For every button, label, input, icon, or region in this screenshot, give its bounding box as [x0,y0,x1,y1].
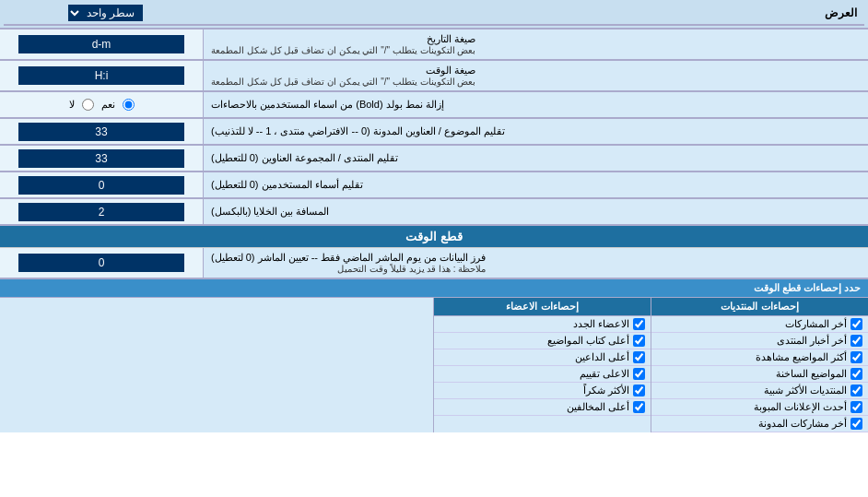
stats-item: أعلى كتاب المواضيع [434,333,651,349]
stat-checkbox-1-0[interactable] [850,318,862,330]
time-format-row: صيغة الوقت بعض التكوينات يتطلب "/" التي … [0,61,868,92]
stats-item: أعلى الداعين [434,349,651,366]
topic-address-input-wrap [0,119,203,145]
cell-distance-input-wrap [0,199,203,225]
bold-yes-radio[interactable] [123,99,135,111]
topic-address-label: تقليم الموضوع / العناوين المدونة (0 -- ا… [203,119,868,145]
stats-col-forums: إحصاءات المنتديات أخر المشاركات أخر أخبا… [651,298,868,432]
stats-item: أخر مشاركات المدونة [651,416,868,432]
date-format-row: صيغة التاريخ بعض التكوينات يتطلب "/" الت… [0,30,868,61]
user-names-row: تقليم أسماء المستخدمين (0 للتعطيل) [0,172,868,199]
stat-checkbox-2-1[interactable] [633,335,645,347]
cell-distance-input[interactable] [18,203,184,221]
time-format-input[interactable] [18,66,184,85]
top-right-label: العرض [206,2,864,26]
stats-item: الاعضاء الجدد [434,316,651,333]
forum-address-input[interactable] [18,149,184,168]
stats-item: أكثر المواضيع مشاهدة [651,349,868,366]
cell-distance-row: المسافة بين الخلايا (بالبكسل) [0,199,868,226]
cutoff-input[interactable] [18,254,184,272]
bold-radio-wrap: نعم لا [0,92,203,118]
stat-checkbox-1-1[interactable] [850,335,862,347]
bold-label: إزالة نمط بولد (Bold) من اسماء المستخدمي… [203,92,868,118]
date-format-input-wrap [0,30,203,60]
time-format-input-wrap [0,61,203,91]
bold-no-radio[interactable] [82,99,94,111]
stats-col-empty [0,298,433,432]
stats-item: أعلى المخالفين [434,399,651,416]
display-select[interactable]: سطر واحدسطرينثلاثة أسطر [68,5,143,21]
stats-col1-header: إحصاءات المنتديات [651,298,868,316]
stat-checkbox-1-5[interactable] [850,401,862,413]
topic-address-row: تقليم الموضوع / العناوين المدونة (0 -- ا… [0,119,868,146]
forum-address-input-wrap [0,146,203,172]
user-names-label: تقليم أسماء المستخدمين (0 للتعطيل) [203,172,868,198]
user-names-input[interactable] [18,176,184,195]
cutoff-row: فرز البيانات من يوم الماشر الماضي فقط --… [0,248,868,279]
stats-item: المنتديات الأكثر شبية [651,383,868,399]
top-row: العرض سطر واحدسطرينثلاثة أسطر [0,0,868,30]
stat-checkbox-1-4[interactable] [850,385,862,396]
stats-item: المواضيع الساخنة [651,366,868,383]
stats-col2-header: إحصاءات الاعضاء [434,298,651,316]
cutoff-label: فرز البيانات من يوم الماشر الماضي فقط --… [203,248,868,278]
stats-item: أحدث الإعلانات المبوبة [651,399,868,416]
stats-item: الاعلى تقييم [434,366,651,383]
stats-grid: إحصاءات المنتديات أخر المشاركات أخر أخبا… [0,298,868,432]
stats-header: حدد إحصاءات قطع الوقت [0,279,868,298]
stats-item: أخر أخبار المنتدى [651,333,868,349]
date-format-label: صيغة التاريخ بعض التكوينات يتطلب "/" الت… [203,30,868,60]
bold-no-label: لا [69,99,75,111]
stat-checkbox-1-2[interactable] [850,351,862,363]
top-left-part: سطر واحدسطرينثلاثة أسطر [4,2,206,26]
stat-checkbox-2-4[interactable] [633,385,645,396]
stats-item: أخر المشاركات [651,316,868,333]
stat-checkbox-2-0[interactable] [633,318,645,330]
cutoff-section-header: قطع الوقت [0,226,868,248]
cell-distance-label: المسافة بين الخلايا (بالبكسل) [203,199,868,225]
stat-checkbox-1-3[interactable] [850,368,862,380]
stat-checkbox-2-2[interactable] [633,351,645,363]
bold-row: إزالة نمط بولد (Bold) من اسماء المستخدمي… [0,92,868,119]
topic-address-input[interactable] [18,123,184,141]
stats-col-members: إحصاءات الاعضاء الاعضاء الجدد أعلى كتاب … [433,298,651,432]
stats-item: الأكثر شكراً [434,383,651,399]
user-names-input-wrap [0,172,203,198]
time-format-label: صيغة الوقت بعض التكوينات يتطلب "/" التي … [203,61,868,91]
forum-address-label: تقليم المنتدى / المجموعة العناوين (0 للت… [203,146,868,172]
forum-address-row: تقليم المنتدى / المجموعة العناوين (0 للت… [0,146,868,172]
cutoff-input-wrap [0,248,203,278]
stat-checkbox-2-3[interactable] [633,368,645,380]
stat-checkbox-1-6[interactable] [850,418,862,430]
page-wrapper: العرض سطر واحدسطرينثلاثة أسطر صيغة التار… [0,0,868,432]
date-format-input[interactable] [18,35,184,53]
bold-yes-label: نعم [101,99,115,111]
stat-checkbox-2-5[interactable] [633,401,645,413]
